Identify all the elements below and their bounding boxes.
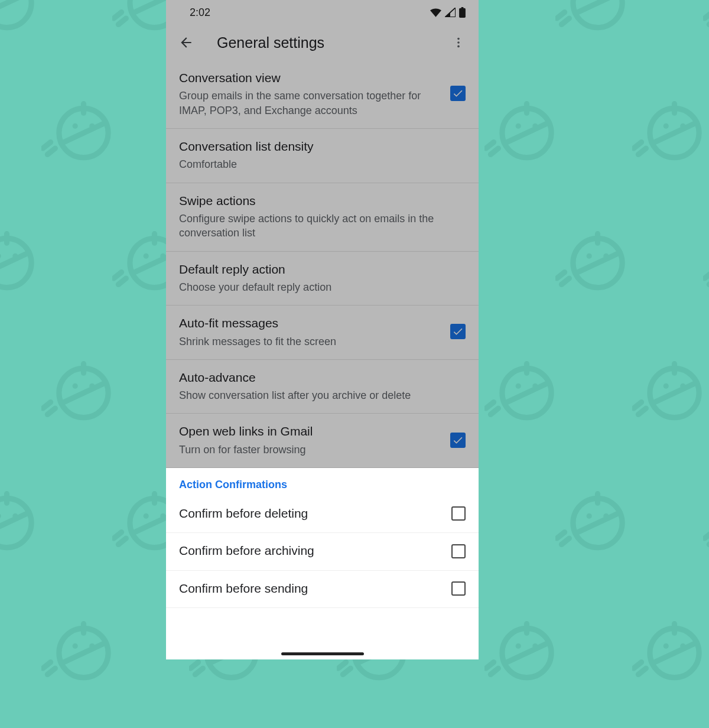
status-time: 2:02	[190, 6, 210, 19]
svg-point-28	[573, 0, 622, 28]
svg-point-217	[59, 628, 108, 677]
back-button[interactable]	[173, 30, 199, 56]
app-bar: General settings	[166, 25, 479, 60]
svg-point-154	[502, 368, 551, 417]
svg-point-171	[0, 514, 1, 519]
svg-line-218	[61, 642, 106, 663]
svg-line-82	[638, 148, 646, 154]
svg-line-230	[191, 662, 199, 668]
action-confirmations-section: Action Confirmations Confirm before dele…	[166, 468, 479, 608]
svg-line-237	[339, 662, 346, 668]
setting-default-reply-action[interactable]: Default reply action Choose your default…	[166, 252, 479, 306]
svg-point-298	[457, 46, 460, 48]
setting-title: Confirm before sending	[179, 580, 442, 597]
svg-point-133	[59, 368, 108, 417]
svg-point-172	[12, 514, 18, 519]
setting-title: Confirm before archiving	[179, 542, 442, 559]
svg-point-158	[532, 384, 538, 389]
svg-point-112	[573, 238, 622, 287]
svg-line-223	[43, 662, 51, 668]
svg-line-75	[490, 148, 498, 154]
svg-point-84	[0, 238, 31, 287]
svg-line-167	[634, 402, 642, 408]
svg-line-50	[61, 122, 106, 143]
svg-line-209	[705, 532, 709, 538]
section-header: Action Confirmations	[166, 468, 479, 496]
checkbox-checked-icon[interactable]	[450, 324, 466, 339]
svg-point-249	[680, 644, 685, 649]
svg-point-165	[680, 384, 685, 389]
setting-subtitle: Turn on for faster browsing	[179, 443, 441, 457]
svg-point-178	[144, 514, 149, 519]
setting-title: Auto-fit messages	[179, 315, 441, 332]
svg-line-229	[195, 668, 203, 674]
svg-line-159	[490, 408, 498, 414]
setting-swipe-actions[interactable]: Swipe actions Configure swipe actions to…	[166, 183, 479, 252]
svg-point-297	[457, 41, 460, 44]
svg-point-248	[664, 644, 669, 649]
phone-frame: 2:02 General settings Conversation view …	[166, 0, 479, 659]
setting-conversation-view[interactable]: Conversation view Group emails in the sa…	[166, 60, 479, 129]
overflow-menu-button[interactable]	[445, 30, 471, 56]
svg-line-246	[652, 642, 697, 663]
svg-point-136	[73, 384, 78, 389]
svg-line-29	[575, 0, 620, 14]
svg-point-77	[650, 108, 699, 157]
svg-line-134	[61, 382, 106, 403]
svg-point-199	[587, 514, 592, 519]
checkbox-unchecked-icon[interactable]	[451, 581, 466, 596]
setting-subtitle: Shrink messages to fit the screen	[179, 334, 441, 349]
svg-point-52	[73, 124, 78, 129]
setting-title: Conversation view	[179, 70, 441, 86]
setting-confirm-before-deleting[interactable]: Confirm before deleting	[166, 496, 479, 533]
setting-conversation-list-density[interactable]: Conversation list density Comfortable	[166, 129, 479, 183]
svg-line-117	[561, 278, 569, 284]
setting-confirm-before-sending[interactable]: Confirm before sending	[166, 571, 479, 608]
arrow-back-icon	[178, 35, 194, 50]
svg-line-162	[652, 382, 697, 403]
svg-line-85	[0, 252, 29, 273]
svg-point-245	[650, 628, 699, 677]
svg-line-155	[505, 382, 549, 403]
setting-auto-fit-messages[interactable]: Auto-fit messages Shrink messages to fit…	[166, 306, 479, 360]
status-icons	[430, 7, 466, 18]
svg-line-33	[561, 18, 569, 24]
setting-title: Auto-advance	[179, 369, 466, 386]
gesture-handle[interactable]	[281, 652, 364, 655]
svg-point-0	[0, 0, 31, 28]
svg-line-243	[490, 668, 498, 674]
setting-title: Open web links in Gmail	[179, 423, 441, 440]
svg-point-137	[89, 384, 95, 389]
svg-point-74	[532, 124, 538, 129]
svg-line-166	[638, 408, 646, 414]
checkbox-unchecked-icon[interactable]	[451, 506, 466, 521]
svg-line-55	[43, 142, 51, 148]
setting-open-web-links-in-gmail[interactable]: Open web links in Gmail Turn on for fast…	[166, 414, 479, 468]
svg-line-96	[118, 278, 126, 284]
svg-point-49	[59, 108, 108, 157]
svg-point-242	[532, 644, 538, 649]
svg-point-241	[516, 644, 521, 649]
svg-point-53	[89, 124, 95, 129]
setting-auto-advance[interactable]: Auto-advance Show conversation list afte…	[166, 360, 479, 414]
settings-list: Conversation view Group emails in the sa…	[166, 60, 479, 468]
svg-line-197	[575, 512, 620, 533]
svg-point-115	[587, 254, 592, 259]
svg-line-239	[505, 642, 549, 663]
checkbox-checked-icon[interactable]	[450, 86, 466, 101]
svg-point-196	[573, 498, 622, 547]
svg-line-169	[0, 512, 29, 533]
svg-line-236	[343, 668, 350, 674]
svg-point-88	[12, 254, 18, 259]
svg-line-244	[486, 662, 494, 668]
svg-point-164	[664, 384, 669, 389]
svg-point-161	[650, 368, 699, 417]
svg-line-160	[486, 402, 494, 408]
checkbox-checked-icon[interactable]	[450, 433, 466, 448]
svg-line-41	[705, 12, 709, 18]
svg-point-296	[457, 38, 460, 40]
wifi-icon	[430, 8, 441, 17]
setting-confirm-before-archiving[interactable]: Confirm before archiving	[166, 533, 479, 570]
checkbox-unchecked-icon[interactable]	[451, 544, 466, 558]
svg-point-70	[502, 108, 551, 157]
